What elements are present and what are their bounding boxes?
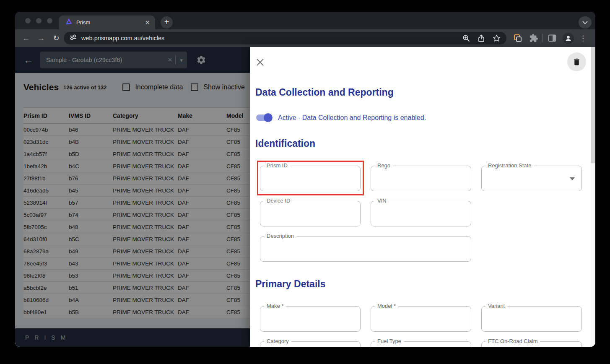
ftc-on-road-claim-field[interactable]: FTC On-Road Claim (481, 341, 582, 347)
make-input[interactable] (265, 312, 356, 320)
description-input[interactable] (265, 242, 467, 250)
bookmark-star-icon[interactable] (493, 34, 501, 42)
device-id-input[interactable] (265, 207, 356, 214)
site-settings-icon[interactable] (70, 34, 77, 42)
drawer-scrollbar[interactable] (591, 47, 595, 347)
tab-close-icon[interactable]: ✕ (145, 19, 150, 26)
device-id-label: Device ID (264, 198, 293, 204)
variant-label: Variant (485, 303, 507, 309)
drawer-body: Data Collection and Reporting Active - D… (250, 47, 595, 347)
rego-input[interactable] (375, 172, 467, 179)
fuel-type-label: Fuel Type (375, 338, 404, 344)
active-toggle-row: Active - Data Collection and Reporting i… (255, 113, 577, 122)
fuel-type-field[interactable]: Fuel Type (371, 341, 471, 347)
primary-details-fields: Make * Model * Variant Category (260, 306, 577, 347)
prism-id-input[interactable] (265, 172, 356, 179)
model-input[interactable] (375, 312, 467, 320)
category-field[interactable]: Category (260, 341, 361, 347)
rego-field[interactable]: Rego (371, 166, 471, 191)
model-field[interactable]: Model * (371, 306, 471, 332)
make-field[interactable]: Make * (260, 306, 361, 332)
toggle-knob (264, 113, 273, 122)
browser-menu-icon[interactable]: ⋮ (579, 34, 587, 43)
active-toggle-switch[interactable] (256, 114, 271, 121)
window-controls (25, 18, 52, 23)
vehicle-edit-drawer: Data Collection and Reporting Active - D… (250, 47, 595, 347)
rego-label: Rego (375, 162, 393, 169)
profile-avatar[interactable] (563, 33, 574, 44)
web-content: ← Sample - Geotab (c29cc3f6) × ▾ Vehicle… (15, 47, 595, 347)
vin-field[interactable]: VIN (371, 201, 471, 226)
model-label: Model * (375, 303, 398, 309)
tab-search-chevron-icon[interactable] (579, 16, 592, 29)
reload-icon[interactable]: ↻ (49, 31, 64, 46)
device-id-field[interactable]: Device ID (260, 201, 361, 226)
new-tab-button[interactable]: + (161, 16, 173, 29)
tab-title: Prism (76, 19, 145, 26)
dropdown-arrow-icon[interactable] (570, 177, 575, 180)
delete-vehicle-button[interactable] (567, 52, 586, 71)
description-label: Description (264, 233, 296, 239)
browser-window: Prism ✕ + ← → ↻ web.prismapp.com.au/vehi… (15, 12, 595, 347)
share-icon[interactable] (478, 34, 485, 42)
category-label: Category (264, 338, 291, 344)
extensions-puzzle-icon[interactable] (529, 34, 538, 43)
scrollbar-thumb[interactable] (591, 47, 595, 163)
drawer-close-icon[interactable] (257, 59, 264, 68)
ftc-on-road-claim-label: FTC On-Road Claim (485, 338, 540, 344)
side-panel-icon[interactable] (548, 34, 556, 42)
active-toggle-label: Active - Data Collection and Reporting i… (278, 114, 426, 122)
description-field[interactable]: Description (260, 236, 471, 262)
trash-icon (572, 57, 581, 66)
identification-fields: Prism ID Rego Registration State (260, 166, 577, 262)
section-title-identification: Identification (255, 138, 577, 149)
registration-state-field[interactable]: Registration State (481, 166, 582, 191)
browser-tab[interactable]: Prism ✕ (59, 16, 155, 29)
vin-input[interactable] (375, 207, 467, 214)
tab-favicon-icon (65, 18, 72, 26)
address-bar[interactable]: web.prismapp.com.au/vehicles (64, 32, 506, 44)
vin-label: VIN (375, 198, 389, 204)
window-minimize-button[interactable] (36, 18, 42, 23)
prism-id-label: Prism ID (264, 162, 290, 169)
make-label: Make * (264, 303, 286, 309)
url-text[interactable]: web.prismapp.com.au/vehicles (81, 35, 455, 42)
browser-toolbar: ← → ↻ web.prismapp.com.au/vehicles (15, 29, 595, 47)
variant-field[interactable]: Variant (481, 306, 582, 332)
toolbar-divider (543, 34, 543, 42)
back-icon[interactable]: ← (18, 31, 34, 46)
variant-input[interactable] (486, 312, 577, 320)
zoom-page-icon[interactable] (462, 34, 470, 42)
section-title-reporting: Data Collection and Reporting (255, 87, 577, 98)
tab-organize-icon[interactable] (513, 33, 523, 43)
forward-icon[interactable]: → (34, 31, 49, 46)
window-zoom-button[interactable] (47, 18, 52, 23)
section-title-primary-details: Primary Details (255, 278, 577, 290)
registration-state-label: Registration State (485, 162, 534, 169)
window-close-button[interactable] (25, 18, 31, 23)
browser-titlebar: Prism ✕ + (15, 12, 595, 29)
prism-id-field[interactable]: Prism ID (260, 166, 361, 191)
